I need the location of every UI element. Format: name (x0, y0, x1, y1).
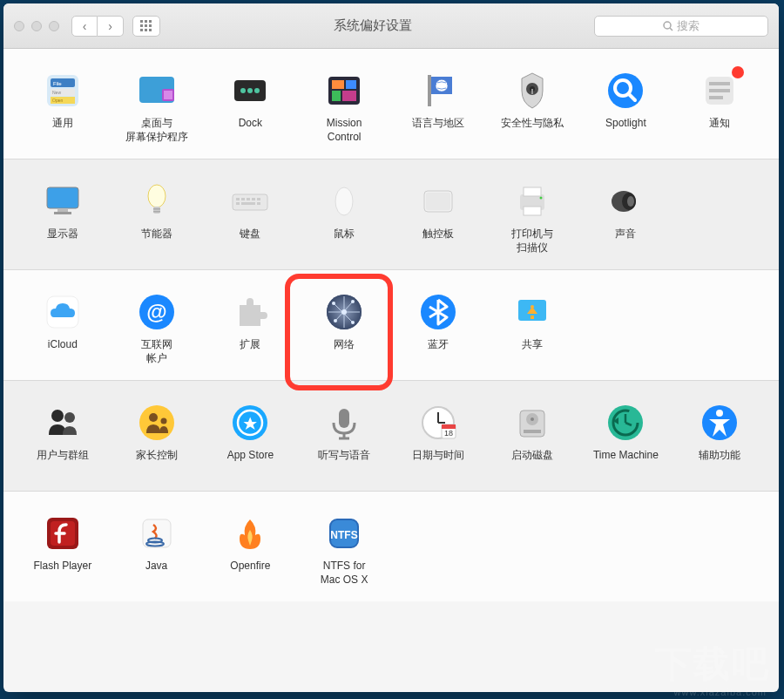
spotlight-icon (605, 70, 646, 112)
pref-item-trackpad[interactable]: 触控板 (391, 175, 485, 261)
svg-rect-65 (524, 207, 541, 215)
pref-item-internet[interactable]: @互联网 帐户 (110, 286, 204, 371)
security-icon (511, 70, 553, 112)
energy-icon (136, 180, 178, 222)
svg-point-60 (335, 187, 353, 215)
pref-item-keyboard[interactable]: 键盘 (204, 175, 298, 261)
forward-button[interactable]: › (98, 16, 124, 37)
pref-item-desktop[interactable]: 桌面与 屏幕保护程序 (110, 64, 204, 150)
pref-item-energy[interactable]: 节能器 (110, 175, 204, 261)
svg-rect-107 (524, 430, 541, 433)
desktop-icon (136, 70, 178, 112)
pref-label: Java (145, 560, 167, 587)
pref-label: 打印机与 扫描仪 (511, 227, 553, 255)
pref-label: 蓝牙 (428, 338, 449, 366)
pref-label: 网络 (334, 338, 355, 366)
parental-icon (136, 402, 178, 444)
printers-icon (511, 180, 553, 222)
svg-point-24 (254, 88, 260, 93)
pref-item-icloud[interactable]: iCloud (16, 286, 110, 371)
openfire-icon (229, 512, 271, 554)
pref-item-flash[interactable]: Flash Player (16, 507, 110, 593)
pref-label: 共享 (522, 338, 543, 366)
back-button[interactable]: ‹ (71, 16, 98, 37)
show-all-button[interactable] (132, 16, 160, 37)
pref-item-parental[interactable]: 家长控制 (110, 397, 204, 482)
users-icon (42, 402, 84, 444)
general-icon: FileNewOpen (42, 70, 84, 112)
datetime-icon: 18 (417, 402, 459, 444)
pref-item-timemachine[interactable]: Time Machine (579, 397, 673, 482)
svg-point-9 (664, 22, 671, 29)
pref-item-java[interactable]: Java (110, 507, 204, 593)
svg-rect-42 (709, 96, 723, 99)
pref-item-security[interactable]: 安全性与隐私 (485, 64, 579, 150)
zoom-button[interactable] (49, 21, 59, 31)
pref-item-dictation[interactable]: 听写与语音 (297, 397, 391, 482)
pref-item-users[interactable]: 用户与群组 (16, 397, 110, 482)
svg-rect-28 (332, 91, 341, 101)
svg-point-88 (51, 410, 64, 422)
svg-rect-4 (145, 24, 147, 27)
pref-item-sound[interactable]: 声音 (579, 175, 673, 261)
pref-label: 辅助功能 (699, 449, 740, 477)
mission-icon (323, 70, 365, 112)
pref-item-sharing[interactable]: 共享 (485, 286, 579, 371)
pref-label: 安全性与隐私 (501, 117, 564, 145)
extensions-icon (229, 291, 271, 333)
pref-item-datetime[interactable]: 18日期与时间 (391, 397, 485, 482)
svg-text:NTFS: NTFS (330, 529, 357, 541)
svg-rect-48 (153, 207, 160, 214)
svg-rect-29 (342, 91, 356, 101)
pref-item-general[interactable]: FileNewOpen通用 (16, 64, 110, 150)
svg-point-66 (539, 197, 542, 200)
pref-item-bluetooth[interactable]: 蓝牙 (391, 286, 485, 371)
chevron-right-icon: › (108, 19, 112, 33)
svg-point-22 (240, 88, 246, 93)
keyboard-icon (229, 180, 271, 222)
pref-label: 启动磁盘 (511, 449, 553, 477)
svg-rect-1 (145, 20, 147, 23)
pref-item-spotlight[interactable]: Spotlight (579, 64, 673, 150)
svg-text:18: 18 (444, 429, 453, 438)
pref-label: 通用 (52, 117, 73, 145)
svg-point-82 (334, 319, 337, 322)
pref-item-displays[interactable]: 显示器 (16, 175, 110, 261)
pref-item-network[interactable]: 网络 (297, 286, 391, 371)
search-field[interactable]: 搜索 (594, 16, 768, 37)
svg-rect-40 (709, 82, 730, 85)
pref-item-notifications[interactable]: 通知 (672, 64, 767, 150)
pref-item-extensions[interactable]: 扩展 (204, 286, 298, 371)
pref-label: 互联网 帐户 (141, 338, 172, 366)
flash-icon (42, 512, 84, 554)
svg-rect-46 (54, 212, 71, 214)
notification-badge (732, 66, 744, 78)
preference-row: 用户与群组家长控制App Store听写与语音18日期与时间启动磁盘Time M… (3, 381, 779, 492)
pref-item-mouse[interactable]: 鼠标 (297, 175, 391, 261)
preference-row: FileNewOpen通用桌面与 屏幕保护程序DockMission Contr… (3, 49, 779, 159)
svg-rect-2 (149, 20, 152, 23)
pref-item-printers[interactable]: 打印机与 扫描仪 (485, 175, 579, 261)
pref-label: App Store (227, 449, 274, 477)
accessibility-icon (699, 402, 740, 444)
pref-item-openfire[interactable]: Openfire (204, 507, 298, 593)
pref-item-language[interactable]: 语言与地区 (391, 64, 485, 150)
pref-item-mission[interactable]: Mission Control (297, 64, 391, 150)
close-button[interactable] (14, 21, 24, 31)
pref-item-startup[interactable]: 启动磁盘 (485, 397, 579, 482)
pref-label: Mission Control (327, 117, 362, 145)
svg-rect-43 (47, 187, 78, 208)
svg-rect-27 (346, 80, 356, 89)
watermark-url: www.xiazaiba.com (674, 687, 767, 697)
icloud-icon (42, 291, 84, 333)
svg-rect-59 (257, 202, 260, 205)
displays-icon (42, 180, 84, 222)
language-icon (417, 70, 459, 112)
pref-item-dock[interactable]: Dock (204, 64, 298, 150)
pref-label: 用户与群组 (37, 449, 89, 477)
minimize-button[interactable] (31, 21, 42, 31)
pref-item-ntfs[interactable]: NTFSNTFS for Mac OS X (297, 507, 391, 593)
grid-icon (140, 20, 152, 32)
pref-item-appstore[interactable]: App Store (204, 397, 298, 482)
pref-item-accessibility[interactable]: 辅助功能 (672, 397, 767, 482)
